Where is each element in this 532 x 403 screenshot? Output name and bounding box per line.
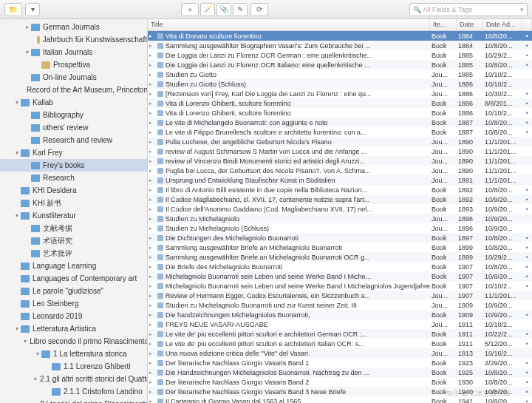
table-row[interactable]: ▸Studien zu Michelagniolo Buonarroti und…	[148, 300, 532, 310]
column-header[interactable]: Title Ite... Date Date Ad...	[148, 19, 532, 31]
sidebar-item[interactable]: Languages of Contemporary art	[0, 272, 147, 285]
sidebar-item[interactable]: Research and review	[0, 134, 147, 146]
sidebar-item[interactable]: Prospettiva	[0, 58, 147, 71]
table-row[interactable]: ▸Ursprung und Entwicklung Staufischer Ku…	[148, 175, 532, 185]
table-row[interactable]: ▸Il Codice Magliabechiano, cl. XVII. 17,…	[148, 194, 532, 204]
table-row[interactable]: ▸Puglia bei Lucca, der Geburtsort des Ni…	[148, 166, 532, 175]
table-row[interactable]: ▸Studien zu Michelagniolo (Schluss)Jou..…	[148, 223, 532, 233]
table-row[interactable]: ▸Der literarische Nachlass Giorgio Vasar…	[148, 377, 532, 387]
table-row[interactable]: ▸Die Handzeichnungen Michelagniolos Buon…	[148, 368, 532, 377]
table-row[interactable]: ▸Die Dichtungen des Michelagniolo Buonar…	[148, 233, 532, 243]
sidebar-item[interactable]: Leonardo 2019	[0, 310, 147, 322]
sidebar-item[interactable]: 文献考据	[0, 222, 147, 234]
item-type: Jou...	[430, 225, 457, 232]
table-row[interactable]: ▸Il Codice dell'Anonimo Gaddiano (Cod. M…	[148, 204, 532, 214]
disclosure-icon: ▾	[34, 376, 37, 382]
table-row[interactable]: ▸Die Loggia dei Lanzi zu Florenz OCR Ger…	[148, 50, 532, 60]
sidebar-item[interactable]: 艺术批评	[0, 247, 147, 260]
sidebar-item[interactable]: 1.1 Lorenzo Ghiberti	[0, 360, 147, 373]
col-date[interactable]: Date	[457, 19, 483, 30]
sidebar-item[interactable]: 2.1.1 Cristoforo Landino	[0, 385, 147, 398]
item-added: 11/1/201...	[483, 167, 522, 175]
table-row[interactable]: ▸Le vite di Filippo Brunelleschi scultor…	[148, 127, 532, 137]
sidebar-item[interactable]: ▸German Journals	[0, 21, 147, 33]
table-row[interactable]: ▸Sammlung ausgewählter Biographien Vasar…	[148, 41, 532, 50]
table-row[interactable]: ▸Vita di Donato scultore fiorentinoBook1…	[148, 31, 532, 41]
table-row[interactable]: ▸Pulia Luchese, der angebliche Geburtort…	[148, 137, 532, 146]
table-row[interactable]: ▸Die handzeichnungen Michelagniolos Buon…	[148, 310, 532, 319]
table-row[interactable]: ▸Studien zu Giotto (Schluss)Jou...188610…	[148, 79, 532, 89]
table-row[interactable]: ▸Studien zu GiottoJou...188510/10/2...	[148, 70, 532, 79]
sidebar-item[interactable]: Frey's books	[0, 159, 147, 172]
folder-icon	[21, 99, 30, 106]
new-collection-button[interactable]: 📁	[4, 3, 22, 16]
disclosure-icon: ▸	[149, 158, 155, 164]
table-row[interactable]: ▸Studien zu MichelagnioloJou...189610/9/…	[148, 214, 532, 223]
sidebar-item[interactable]: Le parole "giudiziose"	[0, 285, 147, 297]
table-row[interactable]: ▸Le vite de' piu eccellenti pittori scul…	[148, 329, 532, 339]
table-row[interactable]: ▸Sammlung ausgewählter Briefe an Michela…	[148, 243, 532, 252]
col-title[interactable]: Title	[148, 19, 430, 30]
sidebar-item[interactable]: Research	[0, 172, 147, 184]
table-row[interactable]: ▸review of August Schmarsow S Martin von…	[148, 146, 532, 156]
sidebar-item-label: Record of the Art Museum, Princeton Univ…	[27, 86, 147, 94]
search-input[interactable]: 🔍 All Fields & Tags ▾	[409, 3, 528, 16]
folder-icon	[31, 49, 40, 56]
sidebar-item[interactable]: ▾Letteratura Artistica	[0, 322, 147, 335]
item-added: 10/9/20...	[483, 225, 522, 232]
table-row[interactable]: ▸Die Loggia dei Lanzi zu Florenz OCR Ita…	[148, 60, 532, 70]
table-row[interactable]: ▸Le vite di Michelangelo Buonarroti: con…	[148, 118, 532, 127]
col-added[interactable]: Date Ad...	[483, 19, 522, 30]
table-row[interactable]: ▸[Rezension von] Frey, Karl Die Loggia d…	[148, 89, 532, 98]
col-attach[interactable]	[522, 19, 532, 30]
sidebar-item[interactable]: ▾Kunstliteratur	[0, 209, 147, 222]
table-row[interactable]: ▸Michelagniolo Buonarroti sein Leben und…	[148, 271, 532, 281]
item-type: Book	[430, 244, 457, 251]
table-row[interactable]: ▸Der literarische Nachlass Giorgio Vasar…	[148, 387, 532, 396]
search-placeholder: All Fields & Tags	[423, 6, 472, 13]
col-type[interactable]: Ite...	[430, 19, 457, 30]
table-row[interactable]: ▸FREYS NEUE VASARI-AUSGABEJou...191110/1…	[148, 319, 532, 329]
table-row[interactable]: ▸Die Briefe des Michelagniolo Buonarroti…	[148, 262, 532, 271]
sidebar-item[interactable]: Language Learning	[0, 260, 147, 272]
sidebar-item[interactable]: Record of the Art Museum, Princeton Univ…	[0, 84, 147, 96]
disclosure-icon: ▸	[149, 120, 155, 126]
sidebar-item[interactable]: Jahrbuch für Kunstwissenschaft	[0, 33, 147, 46]
sidebar-item[interactable]: others' review	[0, 121, 147, 134]
table-row[interactable]: ▸Vita di Lorenzo Ghiberti, scultore fior…	[148, 108, 532, 118]
sidebar-item[interactable]: ▾Karl Frey	[0, 146, 147, 159]
table-row[interactable]: ▸Il libro di Antonio Billi esistente in …	[148, 185, 532, 194]
item-icon	[157, 226, 163, 231]
folder-icon	[41, 61, 50, 69]
sidebar-item[interactable]: Leo Steinberg	[0, 297, 147, 310]
new-group-button[interactable]: ▾	[25, 3, 40, 16]
table-row[interactable]: ▸Michelagniolo Buonarroti sein Leben und…	[148, 281, 532, 291]
attachment-dot: •	[522, 90, 532, 98]
sidebar-item[interactable]: ▾Kallab	[0, 96, 147, 109]
table-row[interactable]: ▸Il Carteggio di Giorgio Vasari dal 1563…	[148, 396, 532, 403]
sidebar-item[interactable]: KHI Desidera	[0, 184, 147, 197]
table-row[interactable]: ▸Una nuova edizione critica delle "Vite"…	[148, 348, 532, 358]
sync-button[interactable]: ⟳	[250, 3, 268, 16]
attach-button[interactable]: 📎	[216, 3, 231, 16]
sidebar-item[interactable]: 术语研究	[0, 234, 147, 247]
sidebar-item[interactable]: Bibliography	[0, 109, 147, 121]
table-row[interactable]: ▸review of Vincenzo Bindi Monumenti stor…	[148, 156, 532, 166]
sidebar-item[interactable]: On-line Journals	[0, 71, 147, 84]
new-item-button[interactable]: ＋	[181, 3, 199, 16]
table-row[interactable]: ▸Review of Hermann Egger, Codex Escurial…	[148, 291, 532, 300]
sidebar-item[interactable]: ▾Libro secondo il primo Rinascimento	[0, 335, 147, 348]
edit-button[interactable]: ✎	[233, 3, 248, 16]
add-by-id-button[interactable]: 🪄	[200, 3, 215, 16]
sidebar-item[interactable]: ▾2 I teorici del primo Rinascimento	[0, 398, 147, 403]
sidebar-item[interactable]: ▾Italian Journals	[0, 46, 147, 58]
table-row[interactable]: ▸Sammlung ausgewählter Briefe an Michela…	[148, 252, 532, 262]
table-row[interactable]: ▸Le vite de' piu eccellenti pittori scul…	[148, 339, 532, 348]
sidebar-item[interactable]: ▾1 La letteratura storica	[0, 348, 147, 360]
item-icon	[157, 101, 163, 106]
table-row[interactable]: ▸Der literarische Nachlass Giorgio Vasar…	[148, 358, 532, 368]
sidebar-item[interactable]: ▾2.1 gli altri scritti storici del Quatt…	[0, 373, 147, 385]
sidebar-item[interactable]: KHI 新书	[0, 197, 147, 209]
table-row[interactable]: ▸Vita di Lorenzo Ghiberti, scultore fior…	[148, 98, 532, 108]
disclosure-icon: ▸	[149, 350, 155, 356]
